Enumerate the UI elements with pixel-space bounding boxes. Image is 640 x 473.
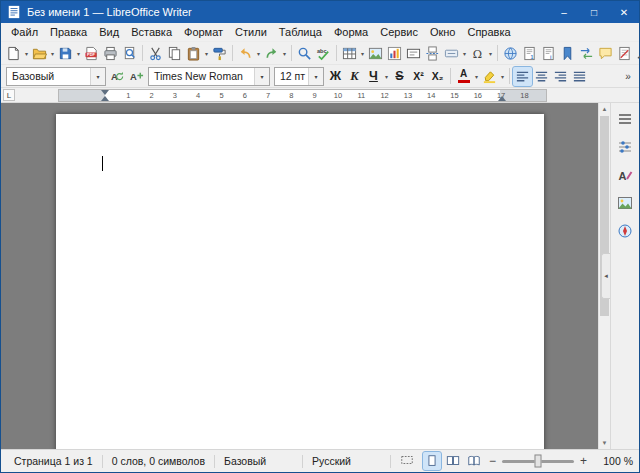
selection-mode-field[interactable]: [391, 453, 423, 469]
sidebar-navigator-button[interactable]: [614, 219, 637, 242]
word-count-field[interactable]: 0 слов, 0 символов: [103, 455, 214, 467]
menu-styles[interactable]: Стили: [229, 25, 273, 39]
paste-button[interactable]: [184, 44, 203, 63]
print-button[interactable]: [101, 44, 120, 63]
insert-special-character-dropdown[interactable]: ▾: [487, 50, 494, 57]
zoom-level-field[interactable]: 100 %: [593, 455, 633, 467]
insert-cross-reference-button[interactable]: [577, 44, 596, 63]
redo-dropdown[interactable]: ▾: [281, 50, 288, 57]
new-document-dropdown[interactable]: ▾: [23, 50, 30, 57]
font-size-combo[interactable]: 12 пт ▾: [274, 67, 324, 86]
find-and-replace-button[interactable]: [295, 44, 314, 63]
zoom-slider[interactable]: [502, 460, 574, 463]
left-indent-marker[interactable]: [101, 96, 109, 101]
strikethrough-button[interactable]: S: [390, 67, 409, 86]
menu-edit[interactable]: Правка: [44, 25, 93, 39]
insert-bookmark-button[interactable]: [558, 44, 577, 63]
font-name-combo[interactable]: Times New Roman ▾: [148, 67, 270, 86]
cut-button[interactable]: [146, 44, 165, 63]
menu-insert[interactable]: Вставка: [125, 25, 178, 39]
scroll-down-arrow[interactable]: ▼: [599, 437, 610, 449]
sidebar-properties-button[interactable]: [614, 135, 637, 158]
insert-line-button[interactable]: [634, 44, 640, 63]
insert-footnote-button[interactable]: 1: [520, 44, 539, 63]
menu-form[interactable]: Форма: [328, 25, 374, 39]
insert-table-dropdown[interactable]: ▾: [359, 50, 366, 57]
track-changes-button[interactable]: [615, 44, 634, 63]
close-button[interactable]: ✕: [609, 1, 639, 23]
highlight-color-button[interactable]: [480, 67, 499, 86]
insert-image-button[interactable]: [366, 44, 385, 63]
paste-dropdown[interactable]: ▾: [203, 50, 210, 57]
sidebar-gallery-button[interactable]: [614, 191, 637, 214]
font-color-dropdown[interactable]: ▾: [473, 73, 480, 80]
highlight-color-dropdown[interactable]: ▾: [499, 73, 506, 80]
spelling-button[interactable]: abc: [314, 44, 333, 63]
insert-special-character-button[interactable]: Ω: [468, 44, 487, 63]
text-language-field[interactable]: Русский: [303, 455, 390, 467]
undo-dropdown[interactable]: ▾: [255, 50, 262, 57]
maximize-button[interactable]: □: [579, 1, 609, 23]
document-page[interactable]: [56, 114, 544, 449]
undo-button[interactable]: [236, 44, 255, 63]
insert-field-dropdown[interactable]: ▾: [461, 50, 468, 57]
page-style-field[interactable]: Базовый: [215, 455, 302, 467]
single-page-view-button[interactable]: [423, 452, 441, 470]
export-pdf-button[interactable]: PDF: [82, 44, 101, 63]
clone-formatting-button[interactable]: [210, 44, 229, 63]
align-center-button[interactable]: [532, 67, 551, 86]
formatting-toolbar-overflow-button[interactable]: »: [620, 71, 636, 82]
insert-endnote-button[interactable]: i: [539, 44, 558, 63]
first-line-indent-marker[interactable]: [101, 90, 109, 95]
zoom-out-button[interactable]: −: [486, 454, 499, 468]
sidebar-styles-button[interactable]: A: [614, 163, 637, 186]
underline-button[interactable]: Ч: [364, 67, 383, 86]
menu-format[interactable]: Формат: [178, 25, 229, 39]
paragraph-style-dropdown[interactable]: ▾: [90, 68, 105, 85]
open-dropdown[interactable]: ▾: [49, 50, 56, 57]
font-size-dropdown[interactable]: ▾: [308, 68, 323, 85]
update-style-button[interactable]: A: [108, 67, 127, 86]
insert-hyperlink-button[interactable]: [501, 44, 520, 63]
insert-field-button[interactable]: [442, 44, 461, 63]
book-view-button[interactable]: [465, 452, 483, 470]
menu-file[interactable]: Файл: [5, 25, 44, 39]
subscript-button[interactable]: X₂: [428, 67, 447, 86]
right-indent-marker[interactable]: [498, 96, 506, 101]
new-style-button[interactable]: A: [127, 67, 146, 86]
hide-sidebar-button[interactable]: ◂: [601, 253, 610, 299]
save-dropdown[interactable]: ▾: [75, 50, 82, 57]
page-number-field[interactable]: Страница 1 из 1: [5, 455, 102, 467]
menu-view[interactable]: Вид: [93, 25, 125, 39]
save-button[interactable]: [56, 44, 75, 63]
insert-table-button[interactable]: [340, 44, 359, 63]
tab-stop-selector[interactable]: L: [3, 89, 15, 101]
ruler-band[interactable]: 123456789101112131415161718: [58, 89, 547, 102]
insert-comment-button[interactable]: [596, 44, 615, 63]
menu-tools[interactable]: Сервис: [374, 25, 424, 39]
copy-button[interactable]: [165, 44, 184, 63]
insert-chart-button[interactable]: [385, 44, 404, 63]
align-left-button[interactable]: [513, 67, 532, 86]
minimize-button[interactable]: –: [549, 1, 579, 23]
italic-button[interactable]: K: [345, 67, 364, 86]
menu-table[interactable]: Таблица: [273, 25, 328, 39]
scroll-up-arrow[interactable]: ▲: [599, 103, 610, 115]
zoom-in-button[interactable]: +: [577, 454, 590, 468]
align-right-button[interactable]: [551, 67, 570, 86]
font-color-button[interactable]: А: [454, 67, 473, 86]
bold-button[interactable]: Ж: [326, 67, 345, 86]
menu-help[interactable]: Справка: [461, 25, 516, 39]
zoom-slider-thumb[interactable]: [534, 455, 541, 468]
insert-page-break-button[interactable]: [423, 44, 442, 63]
horizontal-ruler[interactable]: L 123456789101112131415161718: [1, 88, 639, 103]
insert-text-box-button[interactable]: [404, 44, 423, 63]
superscript-button[interactable]: X²: [409, 67, 428, 86]
menu-window[interactable]: Окно: [424, 25, 462, 39]
print-preview-button[interactable]: [120, 44, 139, 63]
multi-page-view-button[interactable]: [444, 452, 462, 470]
redo-button[interactable]: [262, 44, 281, 63]
new-document-button[interactable]: [4, 44, 23, 63]
align-justify-button[interactable]: [570, 67, 589, 86]
font-name-dropdown[interactable]: ▾: [254, 68, 269, 85]
